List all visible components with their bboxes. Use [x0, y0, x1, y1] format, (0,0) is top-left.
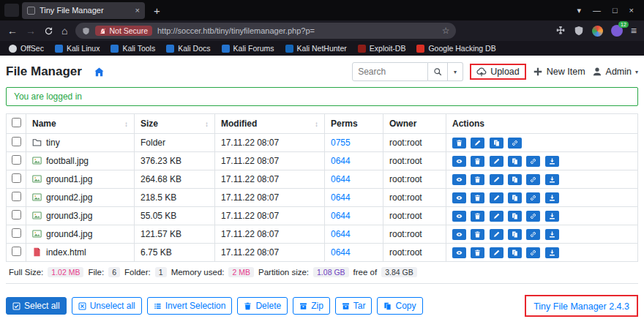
file-name-link[interactable]: index.html [46, 247, 86, 258]
direct-link-button[interactable] [526, 211, 540, 222]
rename-button[interactable] [490, 211, 503, 222]
copy-button[interactable] [508, 156, 522, 167]
copy-button[interactable] [508, 192, 522, 203]
direct-link-button[interactable] [526, 247, 540, 258]
file-name-link[interactable]: ground4.jpg [46, 229, 92, 239]
delete-selected-button[interactable]: Delete [237, 297, 288, 315]
menu-icon[interactable]: ≡ [631, 26, 637, 36]
select-all-button[interactable]: Select all [6, 297, 67, 315]
tracking-shield-icon[interactable] [574, 26, 584, 36]
copy-button[interactable] [490, 138, 503, 149]
row-checkbox[interactable] [12, 247, 21, 256]
delete-button[interactable] [471, 247, 484, 258]
search-options-caret[interactable]: ▾ [448, 62, 463, 81]
delete-button[interactable] [471, 211, 484, 222]
version-link[interactable]: Tiny File Manager 2.4.3 [533, 301, 629, 312]
file-name-link[interactable]: ground2.jpg [46, 192, 92, 203]
bookmark-google-hacking-db[interactable]: Google Hacking DB [416, 44, 495, 53]
file-name-link[interactable]: ground1.jpg [46, 174, 92, 184]
delete-button[interactable] [452, 138, 466, 149]
col-header-size[interactable]: Size [141, 119, 158, 129]
col-header-name[interactable]: Name [32, 119, 56, 129]
copy-button[interactable] [508, 229, 522, 240]
bookmark-star-icon[interactable]: ☆ [442, 26, 450, 36]
row-checkbox[interactable] [12, 137, 21, 146]
list-tabs-icon[interactable]: ▾ [577, 6, 581, 15]
zip-button[interactable]: Zip [293, 297, 330, 315]
preview-button[interactable] [452, 174, 466, 185]
preview-button[interactable] [452, 247, 466, 258]
home-icon[interactable] [94, 67, 105, 78]
copy-button[interactable] [508, 174, 522, 185]
tar-button[interactable]: Tar [335, 297, 372, 315]
row-checkbox[interactable] [12, 210, 21, 219]
file-name-link[interactable]: tiny [46, 138, 60, 148]
download-button[interactable] [545, 174, 559, 185]
url-bar[interactable]: Not Secure http://soccer.htb/tiny/tinyfi… [75, 23, 456, 39]
rename-button[interactable] [490, 174, 503, 185]
download-button[interactable] [545, 156, 559, 167]
shield-permissions-icon[interactable] [82, 27, 90, 35]
browser-tab[interactable]: Tiny File Manager × [22, 2, 145, 19]
new-item-button[interactable]: New Item [533, 67, 585, 77]
select-all-checkbox[interactable] [12, 118, 21, 127]
row-checkbox[interactable] [12, 228, 21, 238]
rename-button[interactable] [490, 229, 503, 240]
upload-button[interactable]: Upload [476, 67, 520, 77]
sort-icon[interactable]: ↕ [205, 120, 209, 128]
perms-link[interactable]: 0644 [331, 229, 351, 239]
perms-link[interactable]: 0644 [331, 192, 351, 203]
preview-button[interactable] [452, 229, 466, 240]
download-button[interactable] [545, 247, 559, 258]
perms-link[interactable]: 0755 [331, 138, 351, 148]
extensions-puzzle-icon[interactable] [555, 26, 566, 36]
delete-button[interactable] [471, 192, 484, 203]
unselect-all-button[interactable]: Unselect all [72, 297, 142, 315]
bookmark-kali-linux[interactable]: Kali Linux [55, 44, 100, 53]
firefox-view-icon[interactable] [4, 4, 19, 17]
bookmark-kali-nethunter[interactable]: Kali NetHunter [285, 44, 347, 53]
sort-icon[interactable]: ↕ [315, 120, 318, 128]
bookmark-kali-docs[interactable]: Kali Docs [166, 44, 210, 53]
extension-icon[interactable] [592, 26, 603, 37]
file-name-link[interactable]: ground3.jpg [46, 211, 92, 221]
sort-icon[interactable]: ↕ [124, 120, 128, 128]
delete-button[interactable] [471, 156, 484, 167]
copy-selected-button[interactable]: Copy [377, 297, 422, 315]
browser-home-button[interactable]: ⌂ [61, 26, 67, 36]
rename-button[interactable] [490, 247, 503, 258]
admin-menu-button[interactable]: Admin ▾ [592, 67, 638, 77]
download-button[interactable] [545, 211, 559, 222]
reload-button[interactable] [44, 26, 53, 36]
new-tab-button[interactable]: + [148, 4, 166, 17]
maximize-button[interactable]: □ [613, 6, 618, 15]
not-secure-badge[interactable]: Not Secure [95, 26, 152, 36]
minimize-button[interactable]: — [593, 6, 601, 15]
search-button[interactable] [428, 62, 448, 81]
direct-link-button[interactable] [508, 138, 522, 149]
back-button[interactable]: ← [7, 26, 18, 36]
preview-button[interactable] [452, 192, 466, 203]
row-checkbox[interactable] [12, 192, 21, 201]
bookmark-offsec[interactable]: OffSec [9, 44, 44, 53]
copy-button[interactable] [508, 211, 522, 222]
window-close-button[interactable]: × [629, 6, 634, 15]
bookmark-exploit-db[interactable]: Exploit-DB [358, 44, 406, 53]
file-name-link[interactable]: football.jpg [46, 156, 89, 166]
perms-link[interactable]: 0644 [331, 174, 351, 184]
preview-button[interactable] [452, 156, 466, 167]
delete-button[interactable] [471, 174, 484, 185]
direct-link-button[interactable] [526, 174, 540, 185]
row-checkbox[interactable] [12, 155, 21, 165]
invert-selection-button[interactable]: Invert Selection [147, 297, 233, 315]
download-button[interactable] [545, 229, 559, 240]
preview-button[interactable] [452, 211, 466, 222]
forward-button[interactable]: → [26, 26, 36, 36]
rename-button[interactable] [471, 138, 484, 149]
copy-button[interactable] [508, 247, 522, 258]
direct-link-button[interactable] [526, 229, 540, 240]
row-checkbox[interactable] [12, 173, 21, 183]
tab-close-icon[interactable]: × [135, 6, 140, 15]
perms-link[interactable]: 0644 [331, 247, 351, 258]
direct-link-button[interactable] [526, 156, 540, 167]
